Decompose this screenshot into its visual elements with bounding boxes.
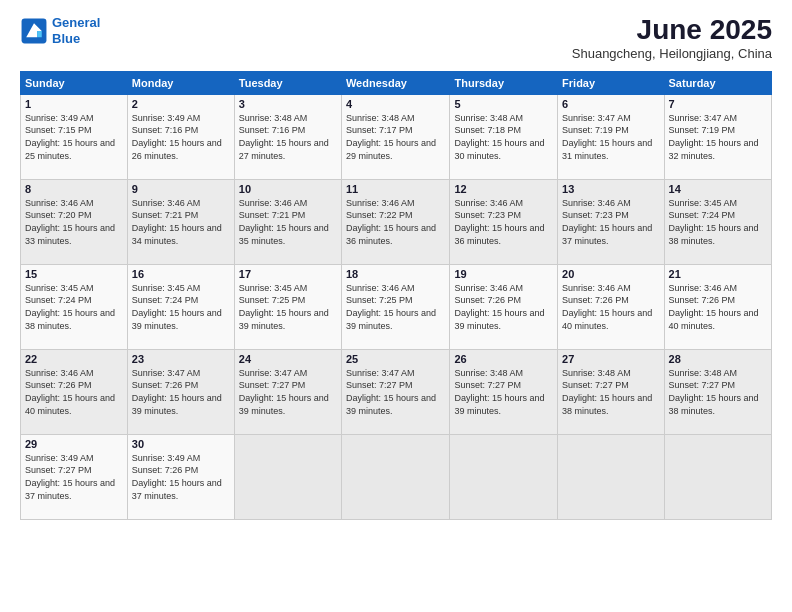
table-cell: 25Sunrise: 3:47 AMSunset: 7:27 PMDayligh… [341, 349, 450, 434]
day-number: 4 [346, 98, 446, 110]
day-info: Sunrise: 3:46 AMSunset: 7:23 PMDaylight:… [454, 197, 553, 247]
col-sunday: Sunday [21, 71, 128, 94]
table-cell: 7Sunrise: 3:47 AMSunset: 7:19 PMDaylight… [664, 94, 771, 179]
day-number: 26 [454, 353, 553, 365]
col-wednesday: Wednesday [341, 71, 450, 94]
logo: General Blue [20, 15, 100, 46]
day-number: 17 [239, 268, 337, 280]
day-info: Sunrise: 3:46 AMSunset: 7:21 PMDaylight:… [239, 197, 337, 247]
title-block: June 2025 Shuangcheng, Heilongjiang, Chi… [572, 15, 772, 61]
day-info: Sunrise: 3:46 AMSunset: 7:26 PMDaylight:… [454, 282, 553, 332]
col-monday: Monday [127, 71, 234, 94]
logo-icon [20, 17, 48, 45]
table-cell: 3Sunrise: 3:48 AMSunset: 7:16 PMDaylight… [234, 94, 341, 179]
day-info: Sunrise: 3:49 AMSunset: 7:15 PMDaylight:… [25, 112, 123, 162]
day-info: Sunrise: 3:48 AMSunset: 7:18 PMDaylight:… [454, 112, 553, 162]
header: General Blue June 2025 Shuangcheng, Heil… [20, 15, 772, 61]
table-cell: 12Sunrise: 3:46 AMSunset: 7:23 PMDayligh… [450, 179, 558, 264]
svg-marker-2 [37, 31, 42, 37]
location: Shuangcheng, Heilongjiang, China [572, 46, 772, 61]
day-info: Sunrise: 3:49 AMSunset: 7:27 PMDaylight:… [25, 452, 123, 502]
day-number: 28 [669, 353, 767, 365]
day-info: Sunrise: 3:47 AMSunset: 7:27 PMDaylight:… [346, 367, 446, 417]
day-number: 10 [239, 183, 337, 195]
day-number: 25 [346, 353, 446, 365]
day-info: Sunrise: 3:46 AMSunset: 7:21 PMDaylight:… [132, 197, 230, 247]
table-cell: 21Sunrise: 3:46 AMSunset: 7:26 PMDayligh… [664, 264, 771, 349]
month-title: June 2025 [572, 15, 772, 46]
table-cell: 20Sunrise: 3:46 AMSunset: 7:26 PMDayligh… [558, 264, 664, 349]
table-cell: 13Sunrise: 3:46 AMSunset: 7:23 PMDayligh… [558, 179, 664, 264]
day-number: 16 [132, 268, 230, 280]
col-friday: Friday [558, 71, 664, 94]
logo-blue: Blue [52, 31, 80, 46]
day-info: Sunrise: 3:47 AMSunset: 7:19 PMDaylight:… [669, 112, 767, 162]
day-number: 15 [25, 268, 123, 280]
day-number: 13 [562, 183, 659, 195]
table-cell: 19Sunrise: 3:46 AMSunset: 7:26 PMDayligh… [450, 264, 558, 349]
day-number: 7 [669, 98, 767, 110]
day-info: Sunrise: 3:45 AMSunset: 7:24 PMDaylight:… [25, 282, 123, 332]
logo-text: General Blue [52, 15, 100, 46]
day-number: 6 [562, 98, 659, 110]
table-cell: 8Sunrise: 3:46 AMSunset: 7:20 PMDaylight… [21, 179, 128, 264]
logo-general: General [52, 15, 100, 30]
col-tuesday: Tuesday [234, 71, 341, 94]
day-number: 14 [669, 183, 767, 195]
table-cell: 5Sunrise: 3:48 AMSunset: 7:18 PMDaylight… [450, 94, 558, 179]
table-cell: 18Sunrise: 3:46 AMSunset: 7:25 PMDayligh… [341, 264, 450, 349]
table-cell: 24Sunrise: 3:47 AMSunset: 7:27 PMDayligh… [234, 349, 341, 434]
table-cell: 2Sunrise: 3:49 AMSunset: 7:16 PMDaylight… [127, 94, 234, 179]
table-cell: 10Sunrise: 3:46 AMSunset: 7:21 PMDayligh… [234, 179, 341, 264]
day-info: Sunrise: 3:48 AMSunset: 7:16 PMDaylight:… [239, 112, 337, 162]
day-info: Sunrise: 3:46 AMSunset: 7:23 PMDaylight:… [562, 197, 659, 247]
day-number: 21 [669, 268, 767, 280]
day-number: 23 [132, 353, 230, 365]
table-cell: 28Sunrise: 3:48 AMSunset: 7:27 PMDayligh… [664, 349, 771, 434]
table-cell: 30Sunrise: 3:49 AMSunset: 7:26 PMDayligh… [127, 434, 234, 519]
day-number: 3 [239, 98, 337, 110]
day-number: 2 [132, 98, 230, 110]
day-number: 5 [454, 98, 553, 110]
day-info: Sunrise: 3:46 AMSunset: 7:26 PMDaylight:… [669, 282, 767, 332]
day-info: Sunrise: 3:45 AMSunset: 7:24 PMDaylight:… [132, 282, 230, 332]
day-info: Sunrise: 3:49 AMSunset: 7:16 PMDaylight:… [132, 112, 230, 162]
table-cell: 17Sunrise: 3:45 AMSunset: 7:25 PMDayligh… [234, 264, 341, 349]
day-number: 8 [25, 183, 123, 195]
table-cell: 9Sunrise: 3:46 AMSunset: 7:21 PMDaylight… [127, 179, 234, 264]
table-cell: 6Sunrise: 3:47 AMSunset: 7:19 PMDaylight… [558, 94, 664, 179]
col-saturday: Saturday [664, 71, 771, 94]
day-info: Sunrise: 3:47 AMSunset: 7:26 PMDaylight:… [132, 367, 230, 417]
table-cell: 16Sunrise: 3:45 AMSunset: 7:24 PMDayligh… [127, 264, 234, 349]
table-cell [341, 434, 450, 519]
day-info: Sunrise: 3:48 AMSunset: 7:27 PMDaylight:… [454, 367, 553, 417]
table-cell: 14Sunrise: 3:45 AMSunset: 7:24 PMDayligh… [664, 179, 771, 264]
day-number: 20 [562, 268, 659, 280]
day-info: Sunrise: 3:45 AMSunset: 7:25 PMDaylight:… [239, 282, 337, 332]
day-number: 9 [132, 183, 230, 195]
day-number: 27 [562, 353, 659, 365]
table-cell: 1Sunrise: 3:49 AMSunset: 7:15 PMDaylight… [21, 94, 128, 179]
day-info: Sunrise: 3:49 AMSunset: 7:26 PMDaylight:… [132, 452, 230, 502]
day-info: Sunrise: 3:46 AMSunset: 7:26 PMDaylight:… [25, 367, 123, 417]
day-number: 18 [346, 268, 446, 280]
day-info: Sunrise: 3:48 AMSunset: 7:27 PMDaylight:… [669, 367, 767, 417]
table-cell: 23Sunrise: 3:47 AMSunset: 7:26 PMDayligh… [127, 349, 234, 434]
table-cell: 27Sunrise: 3:48 AMSunset: 7:27 PMDayligh… [558, 349, 664, 434]
day-info: Sunrise: 3:47 AMSunset: 7:19 PMDaylight:… [562, 112, 659, 162]
table-cell [450, 434, 558, 519]
day-info: Sunrise: 3:47 AMSunset: 7:27 PMDaylight:… [239, 367, 337, 417]
table-cell [664, 434, 771, 519]
day-number: 24 [239, 353, 337, 365]
col-thursday: Thursday [450, 71, 558, 94]
day-number: 11 [346, 183, 446, 195]
table-cell: 11Sunrise: 3:46 AMSunset: 7:22 PMDayligh… [341, 179, 450, 264]
day-number: 19 [454, 268, 553, 280]
table-cell: 22Sunrise: 3:46 AMSunset: 7:26 PMDayligh… [21, 349, 128, 434]
table-cell: 15Sunrise: 3:45 AMSunset: 7:24 PMDayligh… [21, 264, 128, 349]
day-info: Sunrise: 3:48 AMSunset: 7:27 PMDaylight:… [562, 367, 659, 417]
page: General Blue June 2025 Shuangcheng, Heil… [0, 0, 792, 612]
day-info: Sunrise: 3:48 AMSunset: 7:17 PMDaylight:… [346, 112, 446, 162]
day-number: 22 [25, 353, 123, 365]
day-info: Sunrise: 3:46 AMSunset: 7:26 PMDaylight:… [562, 282, 659, 332]
